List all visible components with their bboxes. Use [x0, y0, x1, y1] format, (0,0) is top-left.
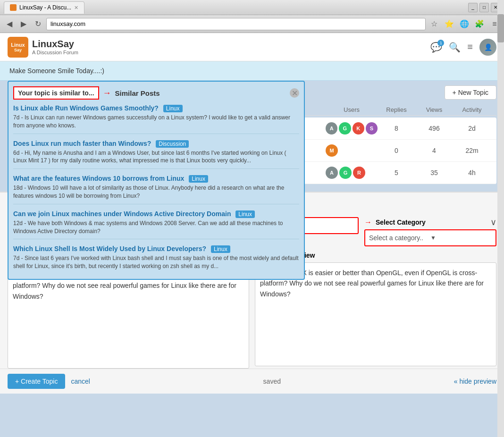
col-views: Views: [415, 106, 453, 113]
site-name: LinuxSay: [32, 38, 78, 50]
category-select-arrow: →: [364, 218, 372, 227]
topic-users-1: A G K S: [326, 122, 378, 134]
notification-badge: 1: [437, 40, 444, 46]
forward-button[interactable]: ▶: [18, 18, 29, 30]
avatar-1d[interactable]: S: [366, 122, 378, 134]
topic-views-1: 496: [415, 125, 453, 132]
topic-replies-3: 5: [378, 169, 415, 176]
avatar-3a[interactable]: A: [326, 167, 338, 179]
similar-post-3-tag: Linux: [189, 175, 208, 183]
site-header: Linux Say LinuxSay A Discussion Forum 💬 …: [0, 33, 504, 61]
topic-activity-2: 22m: [453, 147, 491, 154]
similar-post-5-title[interactable]: Which Linux Shell Is Most Widely Used by…: [13, 245, 299, 253]
similar-post-2-tag: Discussion: [156, 140, 189, 148]
extensions-icon[interactable]: 🧩: [474, 18, 485, 30]
refresh-button[interactable]: ↻: [32, 18, 43, 30]
col-activity: Activity: [453, 106, 491, 113]
user-avatar[interactable]: 👤: [479, 39, 496, 56]
similar-posts-title: Your topic is similar to...: [13, 86, 99, 100]
lock-icon: ⭐: [444, 18, 455, 30]
notifications-icon[interactable]: 💬 1: [430, 42, 442, 53]
banner: Make Someone Smile Today....:): [0, 61, 504, 81]
similar-post-2-title[interactable]: Does Linux run much faster than Windows?…: [13, 140, 299, 148]
browser-titlebar: LinuxSay - A Discu... ✕ _ □ ✕: [0, 0, 504, 15]
avatar-1c[interactable]: K: [353, 122, 364, 134]
site-tagline: A Discussion Forum: [32, 50, 78, 56]
similar-post-1-title[interactable]: Is Linux able Run Windows Games Smoothly…: [13, 104, 299, 112]
select-category-label: Select Category: [376, 218, 426, 226]
similar-posts-arrow: →: [103, 88, 111, 98]
avatar-3c[interactable]: R: [353, 167, 365, 179]
col-replies: Replies: [378, 106, 415, 113]
address-bar[interactable]: [46, 18, 426, 30]
topic-replies-1: 8: [378, 125, 415, 132]
similar-post-4-tag: Linux: [235, 210, 255, 218]
similar-post-4: Can we join Linux machines under Windows…: [13, 210, 299, 240]
bottom-bar: + Create Topic cancel saved « hide previ…: [0, 369, 504, 394]
saved-status: saved: [96, 378, 448, 385]
create-topic-button[interactable]: + Create Topic: [8, 374, 65, 389]
maximize-btn[interactable]: □: [479, 3, 489, 12]
similar-post-4-excerpt: 12d - We have both Windows & mac systems…: [13, 219, 299, 235]
topic-views-2: 4: [415, 147, 453, 154]
topic-activity-3: 4h: [453, 169, 491, 176]
similar-post-2: Does Linux run much faster than Windows?…: [13, 140, 299, 169]
page-wrapper: Linux Say LinuxSay A Discussion Forum 💬 …: [0, 33, 504, 394]
similar-post-1-tag: Linux: [163, 105, 183, 112]
main-content: Your topic is similar to... → Similar Po…: [0, 81, 504, 192]
category-placeholder: Select a category..: [369, 234, 430, 242]
similar-post-3-title[interactable]: What are the features Windows 10 borrows…: [13, 175, 299, 183]
bookmark-icon[interactable]: ☆: [428, 18, 440, 30]
category-chevron-down: ∨: [490, 217, 496, 227]
avatar-1a[interactable]: A: [326, 122, 337, 134]
hamburger-icon[interactable]: ≡: [467, 42, 473, 52]
similar-post-3-excerpt: 18d - Windows 10 will have a lot of simi…: [13, 184, 299, 200]
scrollbar-track[interactable]: [497, 0, 504, 437]
dropdown-chevron-icon: ▼: [430, 235, 492, 241]
topic-users-3: A G R: [326, 167, 378, 179]
hide-preview-button[interactable]: « hide preview: [454, 378, 496, 385]
similar-post-5: Which Linux Shell Is Most Widely Used by…: [13, 245, 299, 274]
similar-post-2-excerpt: 6d - Hi, My name is Anusha and I am a Wi…: [13, 149, 299, 165]
similar-post-1-excerpt: 7d - Is Linux can run newer Windows game…: [13, 114, 299, 130]
avatar-1b[interactable]: G: [339, 122, 351, 134]
topic-activity-1: 2d: [453, 125, 491, 132]
search-icon[interactable]: 🔍: [449, 42, 461, 53]
similar-post-3: What are the features Windows 10 borrows…: [13, 175, 299, 204]
similar-posts-close-btn[interactable]: ✕: [290, 88, 299, 98]
window-controls: _ □ ✕: [468, 3, 500, 12]
browser-tab[interactable]: LinuxSay - A Discu... ✕: [4, 1, 84, 14]
site-logo[interactable]: Linux Say LinuxSay A Discussion Forum: [8, 37, 78, 58]
tab-close-icon[interactable]: ✕: [74, 5, 78, 11]
browser-toolbar: ◀ ▶ ↻ ☆ ⭐ 🌐 🧩 ≡: [0, 15, 504, 33]
editor-body[interactable]: Is it that DirectX is easier or better t…: [8, 265, 249, 369]
logo-icon: Linux Say: [8, 37, 28, 58]
new-topic-button[interactable]: + New Topic: [445, 85, 496, 100]
similar-post-4-title[interactable]: Can we join Linux machines under Windows…: [13, 210, 299, 218]
back-button[interactable]: ◀: [4, 18, 15, 30]
avatar-2a[interactable]: M: [326, 144, 338, 157]
scrollbar-thumb[interactable]: [497, 14, 504, 42]
topic-views-3: 35: [415, 169, 453, 176]
similar-posts-label: Similar Posts: [115, 89, 160, 97]
browser-icon[interactable]: 🌐: [459, 18, 470, 30]
minimize-btn[interactable]: _: [468, 3, 478, 12]
tab-title: LinuxSay - A Discu...: [19, 4, 71, 11]
category-dropdown[interactable]: Select a category.. ▼: [364, 229, 496, 246]
topic-users-2: M: [326, 144, 378, 157]
similar-post-1: Is Linux able Run Windows Games Smoothly…: [13, 104, 299, 134]
tab-favicon: [10, 4, 17, 11]
similar-post-5-tag: Linux: [211, 245, 230, 253]
avatar-3b[interactable]: G: [339, 167, 352, 179]
topic-replies-2: 0: [378, 147, 415, 154]
cancel-button[interactable]: cancel: [71, 378, 90, 385]
similar-posts-panel: Your topic is similar to... → Similar Po…: [8, 81, 305, 280]
col-users: Users: [326, 106, 378, 113]
similar-post-5-excerpt: 7d - Since last 6 years I've worked with…: [13, 254, 299, 270]
